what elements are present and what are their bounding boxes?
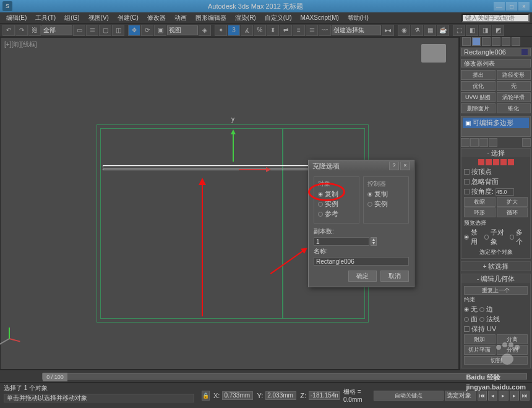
undo-icon[interactable]: ↶ bbox=[2, 25, 15, 36]
menu-rendering[interactable]: 渲染(R) bbox=[231, 14, 260, 22]
dialog-help-icon[interactable]: ? bbox=[389, 162, 399, 170]
minimize-button[interactable]: — bbox=[494, 2, 505, 11]
attach-button[interactable]: 附加 bbox=[464, 334, 496, 344]
listener-icon[interactable]: ◨ bbox=[479, 25, 491, 36]
menu-tools[interactable]: 工具(T) bbox=[32, 14, 59, 22]
schematic-icon[interactable]: ⬚ bbox=[453, 25, 465, 36]
preview-multi-radio[interactable] bbox=[510, 235, 514, 240]
preserve-uv-check[interactable] bbox=[464, 326, 470, 332]
subobj-border-icon[interactable] bbox=[493, 159, 499, 165]
subobj-vertex-icon[interactable] bbox=[478, 159, 484, 165]
curve-editor-icon[interactable]: 〰 bbox=[319, 25, 331, 36]
spinner-snap-icon[interactable]: ⬍ bbox=[267, 25, 279, 36]
goto-end-icon[interactable]: ⏭ bbox=[520, 391, 530, 401]
maximize-button[interactable]: □ bbox=[506, 2, 517, 11]
utilities-tab-icon[interactable] bbox=[512, 37, 520, 46]
manip-icon[interactable]: ✦ bbox=[215, 25, 227, 36]
select-icon[interactable]: ▭ bbox=[73, 25, 85, 36]
graphite-icon[interactable]: ◧ bbox=[466, 25, 478, 36]
angle-snap-icon[interactable]: ∡ bbox=[241, 25, 253, 36]
motion-tab-icon[interactable] bbox=[492, 37, 500, 46]
percent-snap-icon[interactable]: % bbox=[254, 25, 266, 36]
stack-editable-poly[interactable]: ▣ 可编辑多边形 bbox=[463, 118, 529, 128]
viewcube[interactable] bbox=[421, 44, 446, 63]
object-reference-radio[interactable] bbox=[318, 212, 323, 217]
menu-group[interactable]: 组(G) bbox=[61, 14, 83, 22]
render-icon[interactable]: ☕ bbox=[437, 25, 449, 36]
coord-y-input[interactable] bbox=[265, 391, 296, 400]
preview-off-radio[interactable] bbox=[464, 235, 469, 240]
ctrl-instance-radio[interactable] bbox=[367, 202, 372, 207]
mod-pathdeform[interactable]: 路径变形 bbox=[497, 70, 531, 80]
align-icon[interactable]: ≡ bbox=[293, 25, 305, 36]
named-sel-set[interactable]: 创建选择集 bbox=[332, 25, 381, 35]
coord-x-input[interactable] bbox=[222, 391, 253, 400]
window-crossing-icon[interactable]: ◫ bbox=[112, 25, 124, 36]
mirror-icon[interactable]: ⇄ bbox=[280, 25, 292, 36]
viewport-label[interactable]: [+][前][线框] bbox=[4, 40, 37, 49]
preview-subobj-radio[interactable] bbox=[484, 235, 489, 240]
move-icon[interactable]: ✥ bbox=[128, 25, 140, 36]
ctrl-copy-radio[interactable] bbox=[367, 192, 372, 197]
menu-grapheditors[interactable]: 图形编辑器 bbox=[192, 14, 230, 22]
menu-modifiers[interactable]: 修改器 bbox=[144, 14, 169, 22]
menu-maxscript[interactable]: MAXScript(M) bbox=[297, 14, 343, 21]
rollout-soft-selection[interactable]: + 软选择 bbox=[461, 262, 530, 271]
lock-selection-icon[interactable]: 🔒 bbox=[202, 391, 210, 401]
ignore-backfacing-check[interactable] bbox=[464, 179, 470, 184]
select-region-icon[interactable]: ▢ bbox=[99, 25, 111, 36]
stack-unique-icon[interactable] bbox=[479, 138, 488, 147]
spinner-up-icon[interactable]: ▴▾ bbox=[371, 237, 377, 246]
render-setup-icon[interactable]: ⚗ bbox=[411, 25, 423, 36]
copies-input[interactable] bbox=[314, 237, 369, 246]
mod-uvwmap[interactable]: UVW 贴图 bbox=[461, 92, 496, 102]
subobj-element-icon[interactable] bbox=[508, 159, 514, 165]
subobj-edge-icon[interactable] bbox=[486, 159, 492, 165]
constraint-normal-radio[interactable] bbox=[479, 317, 484, 322]
loop-button[interactable]: 循环 bbox=[497, 207, 528, 217]
constraint-edge-radio[interactable] bbox=[479, 307, 484, 312]
dialog-titlebar[interactable]: 克隆选项 ? × bbox=[309, 160, 414, 171]
object-color-swatch[interactable] bbox=[521, 49, 528, 55]
by-angle-check[interactable] bbox=[464, 189, 470, 194]
snap-icon[interactable]: 3 bbox=[228, 25, 240, 36]
scale-icon[interactable]: ▣ bbox=[154, 25, 166, 36]
redo-icon[interactable]: ↷ bbox=[15, 25, 28, 36]
create-tab-icon[interactable] bbox=[462, 37, 471, 46]
help-search-input[interactable] bbox=[461, 14, 530, 22]
mod-optimize[interactable]: 优化 bbox=[461, 81, 496, 91]
coord-z-input[interactable] bbox=[309, 391, 340, 400]
prev-frame-icon[interactable]: ◂ bbox=[488, 391, 497, 401]
mod-deletepatch[interactable]: 删除面片 bbox=[461, 103, 496, 113]
repeat-last-button[interactable]: 重复上一个 bbox=[464, 286, 528, 295]
autokey-button[interactable]: 自动关键点 bbox=[374, 391, 444, 401]
subobj-poly-icon[interactable] bbox=[500, 159, 507, 165]
modifier-stack[interactable]: ▣ 可编辑多边形 bbox=[461, 116, 531, 137]
rollout-selection[interactable]: - 选择 bbox=[461, 149, 530, 157]
key-selset[interactable]: 选定对象 bbox=[445, 391, 476, 401]
stack-configure-icon[interactable] bbox=[522, 138, 531, 147]
mirror2-icon[interactable]: ▸◂ bbox=[382, 25, 394, 36]
menu-views[interactable]: 视图(V) bbox=[85, 14, 113, 22]
stack-pin-icon[interactable] bbox=[461, 138, 470, 147]
time-slider[interactable]: 0 / 100 bbox=[0, 370, 532, 382]
ref-coord-system[interactable]: 视图 bbox=[167, 25, 198, 35]
material-icon[interactable]: ◉ bbox=[398, 25, 410, 36]
preserve-uv-settings-icon[interactable] bbox=[520, 326, 528, 333]
selection-filter[interactable]: 全部 bbox=[41, 25, 72, 35]
close-button[interactable]: × bbox=[518, 2, 530, 11]
menu-animation[interactable]: 动画 bbox=[171, 14, 191, 22]
shrink-button[interactable]: 收缩 bbox=[464, 197, 496, 207]
constraint-face-radio[interactable] bbox=[464, 317, 469, 322]
menu-customize[interactable]: 自定义(U) bbox=[261, 14, 296, 22]
extras-icon[interactable]: ◩ bbox=[492, 25, 504, 36]
angle-input[interactable] bbox=[496, 188, 514, 196]
mod-extrude[interactable]: 挤出 bbox=[461, 70, 496, 80]
render-frame-icon[interactable]: ▦ bbox=[424, 25, 436, 36]
time-marker[interactable]: 0 / 100 bbox=[43, 373, 67, 381]
slice-plane-button[interactable]: 切片平面 bbox=[464, 345, 496, 355]
grow-button[interactable]: 扩大 bbox=[497, 197, 528, 207]
constraint-none-radio[interactable] bbox=[464, 307, 469, 312]
clone-name-input[interactable] bbox=[314, 257, 409, 266]
ring-button[interactable]: 环形 bbox=[464, 207, 496, 217]
